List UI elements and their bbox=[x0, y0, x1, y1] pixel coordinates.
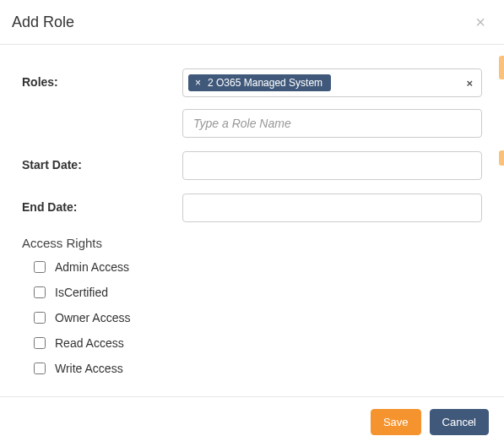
access-right-label: IsCertified bbox=[55, 286, 108, 299]
roles-tag-right: × bbox=[466, 75, 476, 90]
access-right-item[interactable]: Admin Access bbox=[30, 259, 482, 275]
role-chip-label: 2 O365 Managed System bbox=[208, 77, 322, 89]
end-date-row: End Date: bbox=[22, 194, 482, 222]
role-name-input[interactable] bbox=[182, 109, 482, 138]
access-right-item[interactable]: Owner Access bbox=[30, 309, 482, 326]
access-rights-list: Admin Access IsCertified Owner Access Re… bbox=[22, 259, 482, 377]
modal-title: Add Role bbox=[12, 14, 74, 31]
access-rights-heading: Access Rights bbox=[22, 236, 482, 250]
background-edge-accent bbox=[499, 56, 504, 79]
modal-header: Add Role × bbox=[0, 0, 504, 45]
role-chip: × 2 O365 Managed System bbox=[188, 74, 331, 91]
access-right-label: Admin Access bbox=[55, 260, 129, 274]
roles-control: × 2 O365 Managed System × bbox=[182, 68, 482, 138]
start-date-label: Start Date: bbox=[22, 151, 182, 172]
end-date-input[interactable] bbox=[182, 194, 482, 222]
add-role-modal: Add Role × Roles: × 2 O365 Managed Syste… bbox=[0, 0, 504, 447]
modal-body: Roles: × 2 O365 Managed System × bbox=[0, 45, 504, 394]
start-date-input[interactable] bbox=[182, 151, 482, 180]
access-right-label: Write Access bbox=[55, 362, 123, 375]
access-right-label: Owner Access bbox=[55, 311, 130, 324]
roles-label: Roles: bbox=[22, 68, 182, 89]
roles-tag-left: × 2 O365 Managed System bbox=[188, 74, 331, 91]
access-right-label: Read Access bbox=[55, 336, 124, 350]
x-icon: × bbox=[466, 77, 473, 90]
write-access-checkbox[interactable] bbox=[34, 363, 46, 374]
start-date-row: Start Date: bbox=[22, 151, 482, 180]
modal-footer: Save Cancel bbox=[0, 396, 504, 447]
clear-all-roles-button[interactable]: × bbox=[466, 77, 473, 90]
background-edge-accent bbox=[499, 150, 504, 166]
access-right-item[interactable]: Read Access bbox=[30, 335, 482, 352]
x-icon: × bbox=[195, 77, 201, 89]
close-button[interactable]: × bbox=[469, 10, 492, 34]
save-button[interactable]: Save bbox=[371, 409, 421, 436]
cancel-button[interactable]: Cancel bbox=[430, 409, 489, 436]
roles-tag-container[interactable]: × 2 O365 Managed System × bbox=[182, 68, 482, 97]
iscertified-checkbox[interactable] bbox=[34, 286, 46, 298]
access-right-item[interactable]: IsCertified bbox=[30, 284, 482, 301]
read-access-checkbox[interactable] bbox=[34, 337, 46, 349]
admin-access-checkbox[interactable] bbox=[34, 261, 46, 273]
roles-row: Roles: × 2 O365 Managed System × bbox=[22, 68, 482, 138]
close-icon: × bbox=[475, 13, 485, 31]
end-date-label: End Date: bbox=[22, 194, 182, 214]
role-chip-remove-button[interactable]: × bbox=[195, 78, 201, 88]
access-right-item[interactable]: Write Access bbox=[30, 360, 482, 377]
owner-access-checkbox[interactable] bbox=[34, 312, 46, 324]
